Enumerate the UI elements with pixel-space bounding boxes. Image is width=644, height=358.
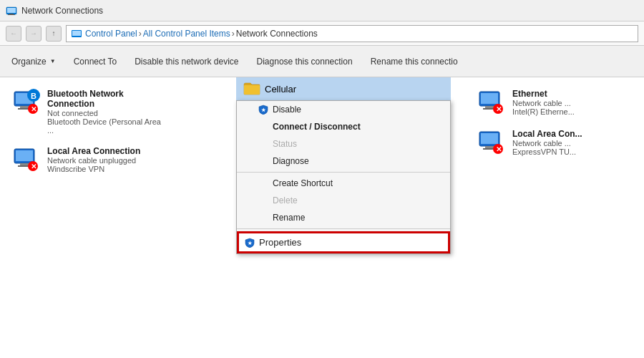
context-menu-disable[interactable]: ★ Disable: [237, 101, 450, 118]
bluetooth-icon-wrap: ✕ B: [13, 89, 42, 117]
network-icon: ✕: [13, 146, 39, 172]
context-menu-properties[interactable]: ★ Properties: [237, 231, 450, 253]
title-bar-text: Network Connections: [21, 6, 103, 16]
local-area-con-icon: ✕: [478, 129, 504, 155]
svg-text:✕: ✕: [496, 145, 502, 153]
title-bar: Network Connections: [0, 0, 644, 21]
breadcrumb-all-items[interactable]: All Control Panel Items: [143, 29, 230, 39]
diagnose-button[interactable]: Diagnose this connection: [248, 46, 362, 77]
shield-icon: ★: [258, 105, 268, 115]
right-network-column: ✕ Ethernet Network cable ... Intel(R) Et…: [472, 84, 637, 351]
svg-rect-16: [20, 163, 29, 165]
up-button[interactable]: ↑: [46, 26, 62, 42]
context-menu-connect-disconnect[interactable]: Connect / Disconnect: [237, 118, 450, 135]
svg-rect-5: [72, 31, 81, 36]
svg-rect-31: [485, 146, 494, 148]
back-button[interactable]: ←: [6, 26, 21, 42]
list-item[interactable]: ✕ Ethernet Network cable ... Intel(R) Et…: [472, 84, 637, 122]
list-item[interactable]: ✕ Local Area Connection Network cable un…: [7, 142, 172, 179]
context-menu-diagnose[interactable]: Diagnose: [237, 153, 450, 170]
svg-rect-8: [20, 106, 29, 108]
local-area-con-info: Local Area Con... Network cable ... Expr…: [512, 129, 631, 156]
disable-device-button[interactable]: Disable this network device: [126, 46, 248, 77]
svg-rect-2: [9, 14, 14, 14]
breadcrumb-control-panel[interactable]: Control Panel: [85, 29, 137, 39]
cellular-header: Cellular: [236, 77, 451, 100]
svg-text:★: ★: [248, 241, 253, 246]
content-area: ✕ B Bluetooth Network Connection Not con…: [0, 77, 644, 358]
svg-text:B: B: [31, 92, 36, 100]
svg-rect-24: [481, 93, 498, 104]
folder-icon: [243, 82, 260, 96]
organize-button[interactable]: Organize ▼: [3, 46, 65, 77]
rename-button[interactable]: Rename this connectio: [362, 46, 467, 77]
context-separator-1: [237, 172, 450, 173]
list-item[interactable]: ✕ Local Area Con... Network cable ... Ex…: [472, 125, 637, 162]
left-network-column: ✕ B Bluetooth Network Connection Not con…: [7, 84, 172, 351]
ethernet-info: Ethernet Network cable ... Intel(R) Ethe…: [512, 89, 631, 116]
local-area-con-icon-wrap: ✕: [478, 129, 507, 158]
context-menu-container: Cellular ★ Disable Connect / Disconnect …: [236, 77, 451, 254]
bluetooth-badge: B: [27, 89, 40, 102]
ethernet-icon: ✕: [478, 89, 504, 115]
address-bar: ← → ↑ Control Panel › All Control Panel …: [0, 21, 644, 46]
title-bar-icon: [6, 5, 17, 16]
context-menu-delete: Delete: [237, 192, 450, 209]
svg-text:★: ★: [261, 107, 266, 112]
address-box: Control Panel › All Control Panel Items …: [66, 25, 638, 42]
properties-shield-icon: ★: [245, 238, 255, 248]
bluetooth-network-info: Bluetooth Network Connection Not connect…: [47, 89, 166, 135]
svg-rect-3: [8, 14, 15, 15]
context-menu-rename[interactable]: Rename: [237, 209, 450, 226]
breadcrumb-network: Network Connections: [236, 29, 318, 39]
svg-text:✕: ✕: [31, 105, 36, 113]
context-separator-2: [237, 228, 450, 229]
svg-text:✕: ✕: [31, 163, 36, 170]
organize-dropdown-arrow: ▼: [50, 58, 56, 64]
svg-rect-1: [7, 8, 16, 13]
context-menu: ★ Disable Connect / Disconnect Status Di…: [236, 100, 451, 254]
svg-rect-30: [481, 133, 498, 144]
address-icon: [71, 28, 82, 39]
local-area-icon-wrap: ✕: [13, 146, 42, 175]
toolbar: Organize ▼ Connect To Disable this netwo…: [0, 46, 644, 77]
svg-rect-20: [244, 85, 260, 95]
forward-button[interactable]: →: [26, 26, 42, 42]
svg-rect-15: [16, 150, 33, 161]
ethernet-icon-wrap: ✕: [478, 89, 507, 117]
context-menu-create-shortcut[interactable]: Create Shortcut: [237, 175, 450, 192]
local-area-info: Local Area Connection Network cable unpl…: [47, 146, 166, 173]
connect-to-button[interactable]: Connect To: [65, 46, 127, 77]
list-item[interactable]: ✕ B Bluetooth Network Connection Not con…: [7, 84, 172, 139]
svg-rect-25: [485, 106, 494, 108]
svg-text:✕: ✕: [496, 105, 502, 113]
context-menu-status: Status: [237, 135, 450, 153]
